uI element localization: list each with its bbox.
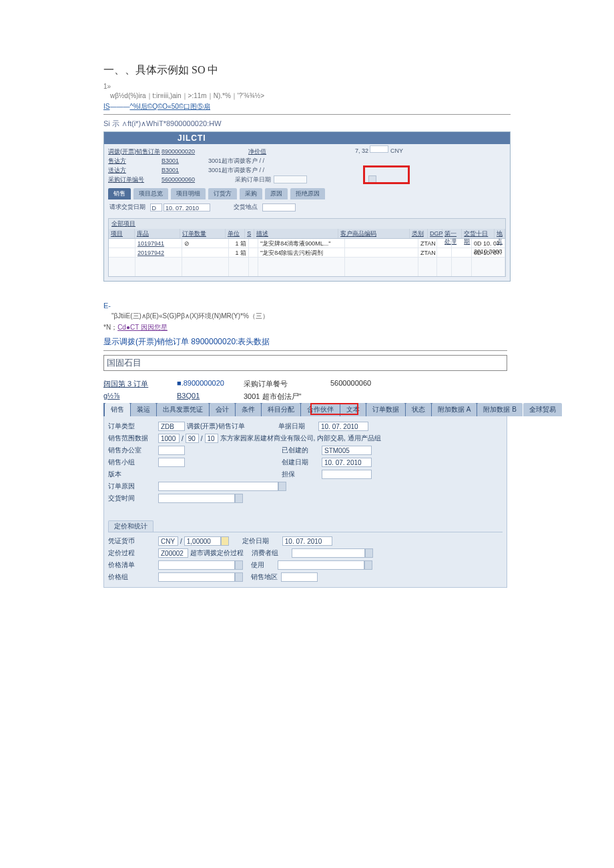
table-row[interactable] — [109, 258, 505, 267]
garble-line: wβ½d(%)ira｜t:ir≡iii,)ain｜>:11m｜N).*%｜'?'… — [103, 91, 511, 101]
tab-orderer[interactable]: 订货方 — [208, 188, 237, 199]
sarea-input[interactable] — [281, 572, 318, 582]
delivt-input[interactable] — [158, 494, 235, 503]
curr-label: 凭证货币 — [108, 536, 158, 546]
d-input[interactable]: D — [150, 203, 162, 211]
dropdown-icon[interactable] — [235, 572, 243, 582]
netvalue-area: 7, 32 CNY — [355, 145, 403, 154]
so2-input[interactable]: 90 — [186, 434, 199, 443]
header2-row2: g½⅞ B3Q01 3001 超市创法尸" — [103, 390, 507, 403]
tab-global[interactable]: 全球贸易 — [523, 403, 562, 416]
soldto-value: B3001 — [162, 157, 208, 164]
docdate-input[interactable]: 10. 07. 2010 — [318, 422, 368, 431]
tab-status[interactable]: 状态 — [406, 403, 431, 416]
guar-input[interactable] — [322, 470, 372, 479]
guar-label: 担保 — [282, 470, 322, 479]
tab-sales[interactable]: 销售 — [108, 188, 131, 199]
tab-overview[interactable]: 项目总览 — [133, 188, 168, 199]
tab-reason[interactable]: 原因 — [265, 188, 288, 199]
tab-sales-2[interactable]: 销售 — [105, 403, 130, 416]
garble-prefix: 1» — [103, 83, 511, 90]
pproc-label: 定价过程 — [108, 548, 158, 558]
header-area: 7, 32 CNY 调拨(开票)销售订单 8900000020 净价值 售达方 … — [104, 144, 510, 187]
titlebar: JILCTI — [104, 132, 510, 144]
shipto-value: B3001 — [162, 167, 208, 173]
order3-label: 阔国第 3 订单 — [103, 379, 177, 389]
use-label: 使用 — [251, 560, 278, 570]
tab-billing[interactable]: 出具发票凭证 — [157, 403, 209, 416]
reason-input[interactable] — [158, 482, 278, 491]
so3-input[interactable]: 10 — [205, 434, 218, 443]
order3-value: ■.8900000020 — [177, 379, 244, 389]
cust-desc-2: 3001 超市创法尸" — [244, 392, 330, 402]
form-body: 订单类型 ZDB 调拨(开票)销售订单 单据日期 10. 07. 2010 销售… — [103, 416, 507, 588]
created-input[interactable]: STM005 — [322, 446, 372, 455]
tab-assign[interactable]: 科目分配 — [262, 403, 300, 416]
tab-reject[interactable]: 拒绝原因 — [290, 188, 325, 199]
header2-row1: 阔国第 3 订单 ■.8900000020 采购订单餐号 5600000060 — [103, 378, 507, 390]
table-row[interactable]: 20197942 1 箱 "龙安84除垢去污粉调剂500g..." ZTAN 0… — [109, 248, 505, 258]
po-label-2: 采购订单餐号 — [244, 379, 330, 389]
dropdown-icon[interactable] — [235, 494, 243, 503]
podate-input[interactable] — [274, 175, 307, 183]
dropdown-icon[interactable] — [235, 560, 243, 570]
pproc-text: 超市调拨定价过程 — [188, 548, 252, 558]
tab-ship[interactable]: 装运 — [131, 403, 156, 416]
crdate-input[interactable]: 10. 07. 2010 — [322, 458, 372, 467]
ordertype-label: 订单类型 — [108, 422, 158, 431]
so1-input[interactable]: 1000 — [158, 434, 180, 443]
version-label: 版本 — [108, 470, 158, 479]
dropdown-icon[interactable] — [364, 560, 372, 570]
tab-orderdata[interactable]: 订单数据 — [366, 403, 405, 416]
cgrp-input[interactable] — [292, 548, 365, 558]
dropdown-icon[interactable] — [365, 548, 373, 558]
po-value-2: 5600000060 — [330, 379, 417, 389]
ordertype-input[interactable]: ZDB — [158, 422, 185, 431]
bq-value: B3Q01 — [177, 392, 244, 402]
tab-addb[interactable]: 附加数据 B — [477, 403, 522, 416]
sub-header: 请求交货日期 D 10. 07. 2010 交货地点 — [104, 201, 510, 218]
pgrp-label: 价格组 — [108, 572, 158, 582]
dropdown-icon[interactable] — [278, 482, 286, 491]
divider — [103, 114, 511, 115]
table-row[interactable] — [109, 267, 505, 276]
pricing-tab[interactable]: 定价和统计 — [108, 520, 154, 532]
tab-detail[interactable]: 项目明细 — [171, 188, 206, 199]
si-line: Si 示 ∧ft(i*)∧WhiT*8900000020:HW — [103, 119, 511, 129]
plist-input[interactable] — [158, 560, 235, 570]
toolbar-box: 国固石目 — [103, 355, 507, 371]
g-label: g½⅞ — [103, 392, 177, 402]
shipto-label: 送达方 — [108, 166, 162, 175]
items-grid: 全部项目 项目 库品 订单数量 单位 S 描述 客户商品编码 类别 DGP 第一… — [108, 218, 506, 277]
group-label: 销售小组 — [108, 458, 158, 467]
tab-acct[interactable]: 会计 — [210, 403, 235, 416]
table-row[interactable]: 10197941 ⊘ 1 箱 "龙安牌84消毒液900ML..." ZTAN 0… — [109, 239, 505, 248]
soldto-desc: 3001超市调拨客户 / / — [208, 157, 288, 165]
curr-input[interactable]: CNY — [158, 536, 178, 546]
pproc-input[interactable]: Z00002 — [158, 548, 188, 558]
tab-cond[interactable]: 条件 — [236, 403, 261, 416]
rate-icon[interactable] — [221, 536, 229, 546]
salesorg-label: 销售范围数据 — [108, 434, 158, 443]
tab-adda[interactable]: 附加数据 A — [432, 403, 477, 416]
doc-heading: 一、、具体示例如 SO 中 — [103, 63, 511, 77]
grid-title: 全部项目 — [109, 219, 505, 229]
plant-input[interactable] — [262, 203, 296, 211]
use-input[interactable] — [278, 560, 364, 570]
is-line: IS———^%I后©Q©O«50©口图⑤扇 — [103, 102, 511, 111]
sap-screen-1: JILCTI 7, 32 CNY 调拨(开票)销售订单 8900000020 净… — [103, 131, 511, 282]
office-input[interactable] — [158, 446, 185, 455]
rate-input[interactable]: 1,00000 — [184, 536, 221, 546]
group-input[interactable] — [158, 458, 185, 467]
highlight-box — [363, 165, 410, 184]
sap-screen-2: 阔国第 3 订单 ■.8900000020 采购订单餐号 5600000060 … — [103, 378, 507, 588]
po-label: 采购订单编号 — [108, 175, 162, 184]
pdate-input[interactable]: 10. 07. 2010 — [282, 536, 332, 546]
red-line: *N；Cd●CT 因因您星 — [103, 323, 511, 332]
shipto-desc: 3001超市调拨客户 / / — [208, 166, 288, 175]
divider — [103, 350, 507, 351]
pdate-label: 定价日期 — [242, 536, 282, 546]
tab-procure[interactable]: 采购 — [240, 188, 262, 199]
pgrp-input[interactable] — [158, 572, 235, 582]
date-input[interactable]: 10. 07. 2010 — [164, 203, 210, 211]
